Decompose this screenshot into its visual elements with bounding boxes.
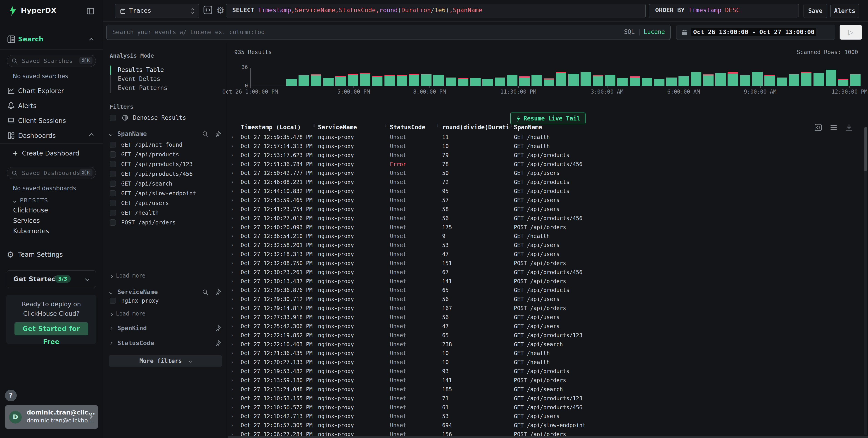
filter-checkbox[interactable] — [110, 161, 116, 167]
row-expand-icon[interactable]: › — [231, 151, 234, 159]
alerts-button[interactable]: Alerts — [831, 4, 859, 18]
col-header-timestamp[interactable]: Timestamp (Local) — [241, 124, 301, 131]
table-row[interactable]: ›Oct 27 12:50:42.777 PMnginx-proxyUnset5… — [228, 169, 868, 178]
table-row[interactable]: ›Oct 27 12:51:36.784 PMnginx-proxyError7… — [228, 160, 868, 169]
filter-checkbox[interactable] — [110, 151, 116, 158]
row-expand-icon[interactable]: › — [231, 269, 234, 275]
chevron-up-icon[interactable] — [90, 134, 93, 138]
help-button[interactable]: ? — [5, 390, 17, 401]
table-row[interactable]: ›Oct 27 12:22:10.403 PMnginx-proxyUnset2… — [228, 340, 868, 349]
row-expand-icon[interactable]: › — [231, 305, 234, 311]
row-expand-icon[interactable]: › — [231, 422, 234, 429]
sidebar-item-kubernetes[interactable]: Kubernetes — [13, 227, 49, 235]
filter-item[interactable]: GET /api/search — [110, 180, 172, 190]
row-expand-icon[interactable]: › — [231, 323, 234, 330]
table-row[interactable]: ›Oct 27 12:32:08.750 PMnginx-proxyUnset1… — [228, 259, 868, 268]
filter-checkbox[interactable] — [110, 190, 116, 196]
row-expand-icon[interactable]: › — [231, 178, 234, 185]
column-resize-handle[interactable]: ⁞⁞ — [385, 124, 386, 131]
row-expand-icon[interactable]: › — [231, 395, 234, 402]
user-menu[interactable]: D dominic.tran@clic... dominic.tran@clic… — [5, 405, 98, 429]
table-row[interactable]: ›Oct 27 12:29:14.817 PMnginx-proxyUnset1… — [228, 304, 868, 313]
row-expand-icon[interactable]: › — [231, 134, 234, 140]
filter-checkbox[interactable] — [110, 180, 116, 187]
row-expand-icon[interactable]: › — [231, 287, 234, 293]
row-expand-icon[interactable]: › — [231, 431, 234, 436]
denoise-results-row[interactable]: Denoise Results — [110, 114, 186, 123]
event-search-box[interactable]: SQL|Lucene — [106, 25, 671, 40]
table-row[interactable]: ›Oct 27 12:13:24.048 PMnginx-proxyUnset1… — [228, 385, 868, 394]
table-row[interactable]: ›Oct 27 12:10:42.713 PMnginx-proxyUnset5… — [228, 412, 868, 421]
filter-checkbox[interactable] — [110, 220, 116, 226]
row-expand-icon[interactable]: › — [231, 250, 234, 258]
pin-icon[interactable] — [215, 289, 222, 296]
sidebar-item-dashboards[interactable]: Dashboards — [0, 131, 103, 142]
more-filters-button[interactable]: More filters — [109, 355, 222, 367]
filter-checkbox[interactable] — [110, 298, 116, 304]
code-icon[interactable] — [203, 5, 214, 16]
table-row[interactable]: ›Oct 27 12:27:33.918 PMnginx-proxyUnset5… — [228, 313, 868, 322]
table-row[interactable]: ›Oct 27 12:29:30.712 PMnginx-proxyUnset5… — [228, 295, 868, 304]
filter-item[interactable]: GET /api/products/456 — [110, 171, 193, 180]
search-icon[interactable] — [202, 289, 209, 296]
mode-event-deltas[interactable]: Event Deltas — [118, 75, 160, 85]
mode-event-patterns[interactable]: Event Patterns — [118, 85, 167, 94]
col-header-duration[interactable]: round(divide(Duration — [442, 124, 510, 131]
row-expand-icon[interactable]: › — [231, 359, 234, 366]
sidebar-item-chart-explorer[interactable]: Chart Explorer — [0, 86, 103, 98]
row-expand-icon[interactable]: › — [231, 197, 234, 203]
table-row[interactable]: ›Oct 27 12:22:19.852 PMnginx-proxyUnset6… — [228, 331, 868, 340]
load-more-spanname[interactable]: Load more — [110, 273, 146, 279]
row-expand-icon[interactable]: › — [231, 350, 234, 357]
row-expand-icon[interactable]: › — [231, 314, 234, 321]
events-histogram[interactable]: 36 0 Oct 26 1:00:00 PM5:00:00 PM8:00:00 … — [228, 62, 868, 121]
sql-select-input[interactable]: SELECT Timestamp,ServiceName,StatusCode,… — [226, 4, 646, 18]
col-header-statuscode[interactable]: StatusCode — [390, 124, 425, 131]
row-expand-icon[interactable]: › — [231, 215, 234, 222]
table-row[interactable]: ›Oct 27 12:30:23.261 PMnginx-proxyUnset6… — [228, 268, 868, 277]
date-range-picker[interactable]: Oct 26 13:00:00 - Oct 27 13:00:00 — [676, 25, 835, 40]
sidebar-collapse-icon[interactable] — [86, 7, 95, 15]
table-row[interactable]: ›Oct 27 12:06:27.284 PMnginx-proxyUnset1… — [228, 430, 868, 436]
filter-checkbox[interactable] — [110, 142, 116, 148]
pin-icon[interactable] — [215, 340, 222, 347]
column-resize-handle[interactable]: ⁞⁞ — [437, 124, 438, 131]
row-expand-icon[interactable]: › — [231, 386, 234, 393]
pin-icon[interactable] — [215, 325, 222, 332]
table-row[interactable]: ›Oct 27 12:08:57.305 PMnginx-proxyUnset6… — [228, 421, 868, 430]
vertical-scrollbar[interactable] — [864, 127, 867, 435]
sidebar-item-alerts[interactable]: Alerts — [0, 101, 103, 112]
filter-item[interactable]: GET /api/slow-endpoint — [110, 190, 196, 199]
column-resize-handle[interactable]: ⁞⁞ — [509, 124, 511, 131]
get-started-toggle[interactable]: Get Started 3/3 — [7, 270, 96, 288]
row-expand-icon[interactable]: › — [231, 233, 234, 239]
filter-item[interactable]: GET /api/products — [110, 151, 179, 160]
row-expand-icon[interactable]: › — [231, 413, 234, 419]
presets-toggle[interactable]: PRESETS — [13, 197, 48, 204]
table-row[interactable]: ›Oct 27 12:10:53.155 PMnginx-proxyUnset7… — [228, 394, 868, 403]
sidebar-item-team-settings[interactable]: ⚙ Team Settings — [0, 249, 103, 261]
row-expand-icon[interactable]: › — [231, 404, 234, 411]
get-started-free-button[interactable]: Get Started for Free — [14, 322, 88, 335]
table-row[interactable]: ›Oct 27 12:36:54.210 PMnginx-proxyUnset9… — [228, 232, 868, 241]
row-expand-icon[interactable]: › — [231, 188, 234, 194]
sql-mode-option[interactable]: SQL — [624, 29, 634, 35]
row-expand-icon[interactable]: › — [231, 161, 234, 167]
lucene-mode-option[interactable]: Lucene — [644, 29, 665, 35]
row-expand-icon[interactable]: › — [231, 341, 234, 347]
chevron-up-icon[interactable] — [90, 38, 93, 42]
table-row[interactable]: ›Oct 27 12:59:35.478 PMnginx-proxyUnset1… — [228, 133, 868, 142]
source-select[interactable]: Traces — [115, 4, 199, 18]
table-row[interactable]: ›Oct 27 12:32:18.313 PMnginx-proxyUnset4… — [228, 250, 868, 259]
saved-dashboards-input[interactable]: Saved Dashboards ⌘K — [7, 167, 96, 179]
filter-item[interactable]: GET /api/products/123 — [110, 161, 193, 170]
filter-checkbox[interactable] — [110, 210, 116, 216]
col-header-servicename[interactable]: ServiceName — [318, 124, 357, 131]
sidebar-item-search[interactable]: Search — [0, 34, 103, 47]
row-expand-icon[interactable]: › — [231, 224, 234, 231]
row-expand-icon[interactable]: › — [231, 296, 234, 302]
row-expand-icon[interactable]: › — [231, 278, 234, 284]
row-expand-icon[interactable]: › — [231, 242, 234, 248]
table-row[interactable]: ›Oct 27 12:44:10.832 PMnginx-proxyUnset9… — [228, 187, 868, 196]
filter-item[interactable]: GET /api/users — [110, 200, 169, 209]
